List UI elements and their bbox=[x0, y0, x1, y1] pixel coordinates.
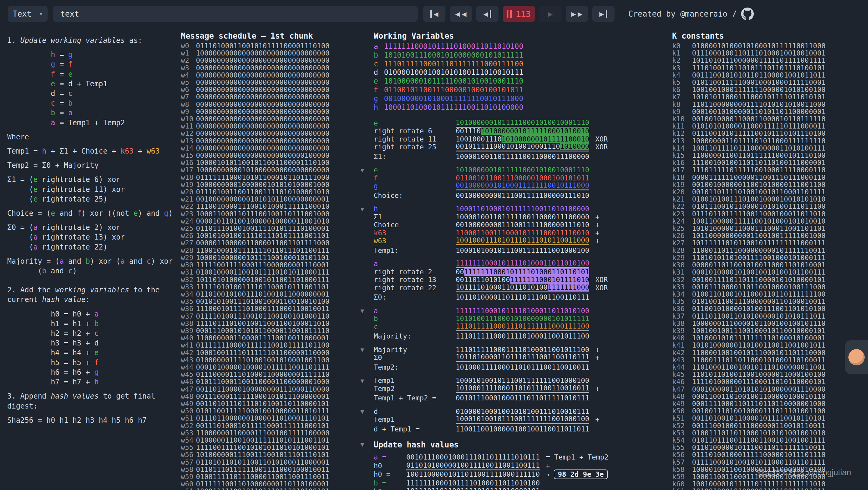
message-input[interactable] bbox=[53, 6, 418, 22]
step-back-button[interactable]: ◀ bbox=[476, 6, 498, 22]
k-constant-row: k3200100111101101110000101010000101 bbox=[672, 276, 848, 283]
pause-button[interactable]: 113 bbox=[503, 6, 535, 22]
k-constant-row: k2510101000001100011100011001101101 bbox=[672, 225, 848, 232]
arrow-down-icon: ▼ bbox=[361, 377, 364, 384]
instruction-line: 1. Update working variables as: bbox=[7, 36, 181, 45]
row-label: w35 bbox=[181, 298, 196, 305]
row-bits: 00000000000000000000000000000000 bbox=[196, 101, 330, 108]
row-label: h0 = bbox=[374, 470, 406, 478]
row-label: w14 bbox=[181, 145, 196, 152]
feedback-widget[interactable] bbox=[845, 340, 868, 374]
row-bits: 00011100010101011000011001011110 bbox=[196, 327, 330, 334]
row-label: e bbox=[374, 119, 456, 127]
working-variable-row: a11111110001011110100011011010100 bbox=[374, 42, 678, 51]
variable-bits: 11111110001011110100011011010100 bbox=[384, 42, 523, 51]
row-label: k22 bbox=[672, 203, 692, 210]
row-label: k32 bbox=[672, 276, 692, 283]
instruction-line: 2. Add the working variables to the bbox=[7, 285, 181, 295]
row-label: w43 bbox=[181, 356, 196, 364]
row-label: k30 bbox=[672, 261, 692, 268]
k-constant-row: k2101001010011101001000010010101010 bbox=[672, 196, 848, 203]
play-button[interactable]: ▶ bbox=[539, 6, 561, 22]
row-label: w22 bbox=[181, 203, 196, 210]
variable-label: d bbox=[374, 68, 384, 77]
credit-text: Created by @manceraio / bbox=[628, 9, 737, 19]
row-label: w48 bbox=[181, 393, 196, 400]
row-label: w13 bbox=[181, 137, 196, 145]
trace-row: g00100000010100011111110010111000 bbox=[374, 182, 678, 190]
variable-label: f bbox=[374, 86, 384, 94]
message-schedule-row: w3811110111010010011001100100011010 bbox=[181, 320, 345, 327]
row-bits: 10101000000110100110011001001011 bbox=[692, 342, 826, 349]
row-bits: 01011100101100001010100111011100 bbox=[692, 203, 826, 210]
row-bits: 10111011011001111010111010000101 bbox=[406, 487, 540, 490]
row-bits: 10101011000111000101111011010101 bbox=[692, 93, 826, 100]
trace-row: right rotate 250010111110001010010001110… bbox=[374, 143, 678, 151]
row-label: k17 bbox=[672, 166, 692, 173]
k-constant-row: k2301110110111110011000100011011010 bbox=[672, 210, 848, 218]
row-bits: 10101000001100011100011001101101 bbox=[692, 225, 826, 232]
row-label: w40 bbox=[181, 334, 196, 342]
operator-suffix: + bbox=[595, 221, 599, 229]
row-label: k42 bbox=[672, 349, 692, 356]
skip-end-button[interactable]: ▶ bbox=[592, 6, 615, 22]
row-bits: 10010001110101110111010110011000 bbox=[456, 236, 589, 245]
row-label: right rotate 22 bbox=[374, 284, 456, 292]
triangle-left-icon: ◀ bbox=[462, 10, 467, 18]
row-bits: 01000010100010100010111110011000 bbox=[692, 42, 826, 50]
operator-suffix: + bbox=[546, 462, 550, 470]
github-icon[interactable] bbox=[741, 7, 754, 20]
row-bits: 11111110001011110100011011010100 bbox=[456, 307, 589, 315]
row-bits: 01111000101001010110001101101111 bbox=[692, 459, 826, 466]
row-bits: 00001111110000011001110111000110 bbox=[692, 174, 826, 181]
pause-bar-icon bbox=[606, 10, 607, 18]
rewind-button[interactable]: ◀◀ bbox=[450, 6, 472, 22]
skip-start-button[interactable]: ◀ bbox=[423, 6, 445, 22]
row-bits: 00000000000000000000000000000000 bbox=[196, 145, 330, 152]
message-schedule-row: w2811001000101111111011011101100111 bbox=[181, 247, 345, 254]
row-bits: 01001101001011000110110111111100 bbox=[692, 291, 826, 298]
instruction-line: Temp2 = Σ0 + Majority bbox=[7, 161, 181, 170]
message-schedule-title: Message schedule – 1st chunk bbox=[181, 31, 345, 40]
message-schedule-row: w2100100000000001010101100000000001 bbox=[181, 196, 345, 203]
row-bits: 01111110011010000000110110100001 bbox=[196, 480, 330, 488]
row-bits: 01000010001001010100111010010111 bbox=[456, 408, 589, 415]
row-bits: 01101000001011100110111111110011 bbox=[692, 444, 826, 451]
instruction-line: h7 = h7 + h bbox=[7, 377, 181, 387]
row-label: k50 bbox=[672, 407, 692, 414]
row-bits: 01001010011101001000010010101010 bbox=[692, 196, 826, 203]
row-label: k16 bbox=[672, 159, 692, 166]
fast-forward-button[interactable]: ▶▶ bbox=[566, 6, 588, 22]
instruction-line: d = c bbox=[7, 89, 181, 98]
input-type-select[interactable]: Text ▾ bbox=[8, 6, 48, 22]
row-bits: 01100101100111000001000100101011 bbox=[456, 174, 589, 182]
message-schedule-row: w2310001100011011100100110111001000 bbox=[181, 210, 345, 218]
row-label: Temp2: bbox=[374, 363, 456, 371]
instruction-line: b = a bbox=[7, 108, 181, 118]
row-bits: 10110101110000001111101111001111 bbox=[692, 57, 826, 64]
row-label: w55 bbox=[181, 444, 196, 451]
row-label: w57 bbox=[181, 459, 196, 466]
row-label: w42 bbox=[181, 349, 196, 356]
row-label: w61 bbox=[181, 488, 196, 490]
pause-bar-icon bbox=[507, 10, 508, 18]
row-bits: 00110101110111010100110110000101 bbox=[196, 400, 330, 407]
trace-group: ▼h10001101000101111110011010100000Σ11000… bbox=[374, 205, 678, 254]
k-constant-row: k811011000000001111010101010011000 bbox=[672, 101, 848, 108]
row-bits: 10100010101111111110100010100001 bbox=[692, 334, 826, 342]
k-constants-list: k001000010100010100010111110011000k10111… bbox=[672, 42, 848, 490]
row-label: Temp2 bbox=[374, 385, 456, 393]
trace-row: Majority:1110111110001111010001100101110… bbox=[374, 332, 678, 340]
k-constant-row: k210110101110000001111101111001111 bbox=[672, 57, 848, 64]
row-label: Σ1: bbox=[374, 153, 456, 161]
instruction-line: h = g bbox=[7, 50, 181, 59]
message-schedule-row: w4011000000011000011110010011000001 bbox=[181, 334, 345, 342]
trace-row: Temp210100011110001101011100110010011+ bbox=[374, 384, 678, 393]
row-label: w15 bbox=[181, 152, 196, 159]
row-label: w9 bbox=[181, 108, 196, 115]
row-bits: 01110110000001000011010001110101 bbox=[196, 414, 330, 422]
message-schedule-row: w5901001111101110000110011001110011 bbox=[181, 473, 345, 480]
row-label: h bbox=[374, 205, 456, 213]
row-bits: 00010010100000110101101100000001 bbox=[692, 108, 826, 115]
message-schedule-row: w5311000000110000111001001111100000 bbox=[181, 429, 345, 437]
